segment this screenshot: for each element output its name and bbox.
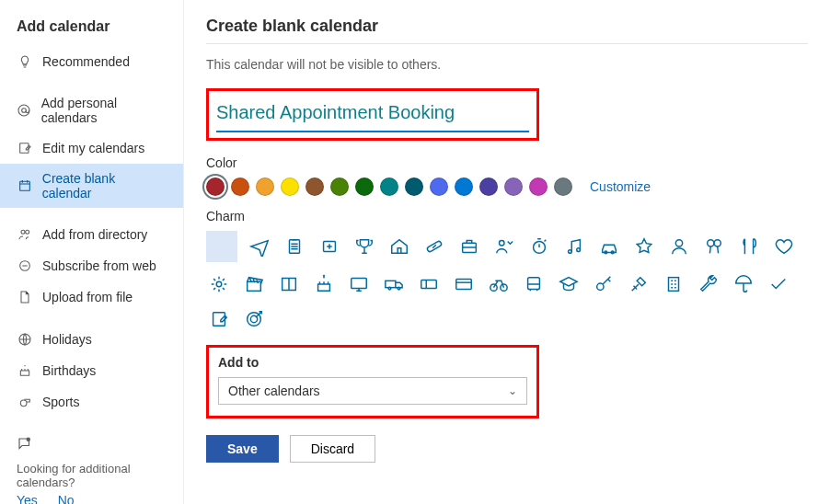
sidebar: Add calendar RecommendedAdd personal cal… <box>0 0 184 504</box>
charm-creditcard-icon[interactable] <box>451 271 477 297</box>
charm-cake-icon[interactable] <box>311 271 337 297</box>
color-swatch-12[interactable] <box>504 178 523 196</box>
charm-home-icon[interactable] <box>386 234 412 259</box>
charm-monitor-icon[interactable] <box>346 271 372 297</box>
charm-ticket-icon[interactable] <box>416 271 442 297</box>
charm-pill-icon[interactable] <box>421 234 447 259</box>
svg-point-1 <box>22 109 27 113</box>
svg-point-31 <box>490 284 497 291</box>
charm-briefcase-icon[interactable] <box>456 234 482 259</box>
discard-button[interactable]: Discard <box>290 435 375 463</box>
color-swatches: Customize <box>206 178 808 196</box>
charm-wrench-icon[interactable] <box>696 271 721 297</box>
charm-bus-icon[interactable] <box>521 271 547 297</box>
charm-note-edit-icon[interactable] <box>206 306 232 332</box>
file-upload-icon <box>17 289 33 305</box>
charm-people-icon[interactable] <box>491 234 517 259</box>
charm-check-icon[interactable] <box>766 271 791 297</box>
at-sign-icon <box>17 102 32 119</box>
svg-point-0 <box>18 105 29 116</box>
color-swatch-13[interactable] <box>529 178 548 196</box>
customize-colors-link[interactable]: Customize <box>590 179 651 194</box>
charm-person-icon[interactable] <box>666 234 692 259</box>
charm-graduation-icon[interactable] <box>556 271 582 297</box>
charm-music-icon[interactable] <box>561 234 587 259</box>
color-swatch-6[interactable] <box>355 178 374 196</box>
color-swatch-4[interactable] <box>305 178 324 196</box>
sidebar-item-birthdays[interactable]: Birthdays <box>0 355 183 386</box>
sidebar-item-label: Birthdays <box>42 363 96 378</box>
charm-movieclap-icon[interactable] <box>241 271 267 297</box>
color-swatch-2[interactable] <box>256 178 274 196</box>
sidebar-item-create-blank-calendar[interactable]: Create blank calendar <box>0 164 183 208</box>
charm-none[interactable] <box>206 231 237 262</box>
color-swatch-3[interactable] <box>281 178 299 196</box>
charm-car-icon[interactable] <box>596 234 622 259</box>
visibility-info: This calendar will not be visible to oth… <box>206 44 808 88</box>
charm-umbrella-icon[interactable] <box>731 271 756 297</box>
addto-highlight: Add to Other calendars ⌄ <box>206 345 539 418</box>
lightbulb-icon <box>17 53 33 70</box>
sidebar-yes-link[interactable]: Yes <box>17 493 38 504</box>
sports-whistle-icon <box>17 394 33 410</box>
charm-delivery-icon[interactable] <box>381 271 407 297</box>
sidebar-item-add-personal-calendars[interactable]: Add personal calendars <box>0 88 183 132</box>
svg-point-21 <box>714 240 720 246</box>
svg-point-32 <box>501 284 507 291</box>
sidebar-item-label: Recommended <box>42 54 130 69</box>
chat-badge-icon <box>17 436 33 452</box>
color-swatch-9[interactable] <box>430 178 448 196</box>
svg-rect-25 <box>352 279 367 289</box>
charm-star-icon[interactable] <box>631 234 657 259</box>
color-swatch-7[interactable] <box>380 178 398 196</box>
charm-cutlery-icon[interactable] <box>736 234 762 259</box>
charm-key-icon[interactable] <box>591 271 617 297</box>
sidebar-item-holidays[interactable]: Holidays <box>0 324 183 355</box>
color-swatch-10[interactable] <box>455 178 473 196</box>
save-button[interactable]: Save <box>206 435 279 463</box>
svg-point-4 <box>21 230 25 234</box>
color-swatch-11[interactable] <box>479 178 498 196</box>
color-swatch-1[interactable] <box>231 178 249 196</box>
svg-point-27 <box>388 287 391 290</box>
charm-clipboard-icon[interactable] <box>282 234 307 259</box>
charm-firstaid-icon[interactable] <box>317 234 342 259</box>
svg-rect-26 <box>386 281 396 287</box>
addto-dropdown[interactable]: Other calendars ⌄ <box>218 377 527 405</box>
svg-rect-33 <box>528 278 540 290</box>
charm-book-icon[interactable] <box>276 271 302 297</box>
charm-bicycle-icon[interactable] <box>486 271 512 297</box>
globe-icon <box>17 331 33 348</box>
color-swatch-14[interactable] <box>554 178 572 196</box>
charm-gear-icon[interactable] <box>206 271 232 297</box>
sidebar-item-label: Subscribe from web <box>42 258 156 273</box>
color-swatch-5[interactable] <box>330 178 349 196</box>
sidebar-no-link[interactable]: No <box>58 493 75 504</box>
sidebar-extra-prompt: Looking for additional calendars? <box>0 460 183 489</box>
charm-balloons-icon[interactable] <box>701 234 727 259</box>
charm-stopwatch-icon[interactable] <box>526 234 552 259</box>
svg-point-15 <box>569 250 572 254</box>
sidebar-item-edit-my-calendars[interactable]: Edit my calendars <box>0 132 183 164</box>
color-swatch-0[interactable] <box>206 178 225 196</box>
svg-rect-35 <box>669 278 679 292</box>
sidebar-item-add-from-directory[interactable]: Add from directory <box>0 219 183 250</box>
sidebar-item-subscribe-from-web[interactable]: Subscribe from web <box>0 250 183 281</box>
calendar-name-input[interactable] <box>216 97 529 132</box>
svg-point-34 <box>597 283 604 290</box>
svg-point-20 <box>708 240 714 246</box>
charm-trophy-icon[interactable] <box>352 234 377 259</box>
svg-point-19 <box>675 240 682 246</box>
charm-plane-icon[interactable] <box>247 234 272 259</box>
charm-tools-icon[interactable] <box>626 271 651 297</box>
sidebar-item-sports[interactable]: Sports <box>0 386 183 418</box>
charm-building-icon[interactable] <box>661 271 686 297</box>
chevron-down-icon: ⌄ <box>508 384 517 397</box>
sidebar-item-upload-from-file[interactable]: Upload from file <box>0 281 183 313</box>
svg-point-22 <box>216 281 222 287</box>
charm-target-icon[interactable] <box>241 306 267 332</box>
sidebar-item-recommended[interactable]: Recommended <box>0 46 183 77</box>
color-swatch-8[interactable] <box>405 178 423 196</box>
sidebar-item-label: Edit my calendars <box>42 141 144 155</box>
charm-heart-icon[interactable] <box>771 234 797 259</box>
